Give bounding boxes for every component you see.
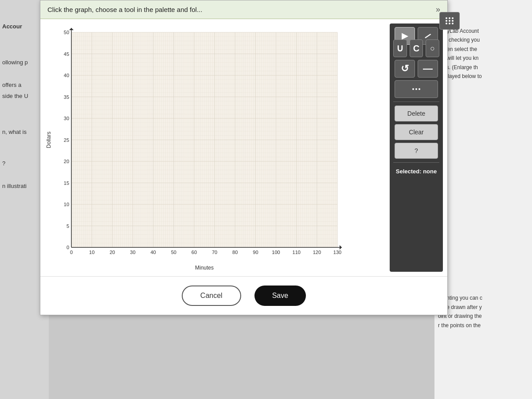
- tool-row-4: [393, 80, 439, 98]
- delete-button[interactable]: Delete: [395, 106, 438, 121]
- clear-button[interactable]: Clear: [395, 124, 438, 140]
- selected-label: Selected: none: [393, 166, 439, 176]
- modal-header: Click the graph, choose a tool in the pa…: [40, 0, 447, 19]
- arc-tool[interactable]: C: [410, 39, 423, 57]
- dots-3x3-icon: [446, 17, 454, 24]
- dash-tool[interactable]: —: [418, 60, 438, 78]
- graph-container[interactable]: [45, 23, 385, 272]
- curve-tool[interactable]: ∪: [393, 39, 407, 57]
- tool-row-3: ↺ —: [393, 60, 439, 78]
- save-button[interactable]: Save: [254, 286, 306, 306]
- clear-row: Clear: [393, 124, 439, 140]
- modal-title: Click the graph, choose a tool in the pa…: [47, 6, 202, 13]
- more-dots-icon: [412, 88, 420, 90]
- bg-right-text: n MyLab Account fore checking you d then…: [438, 27, 528, 81]
- modal-content: ▶ / ∪: [40, 19, 447, 276]
- delete-row: Delete: [393, 106, 439, 121]
- tool-palette: ▶ / ∪: [390, 23, 443, 272]
- palette-separator: [393, 102, 439, 102]
- dots-tool[interactable]: [439, 12, 460, 30]
- cancel-button[interactable]: Cancel: [182, 286, 241, 306]
- circle-tool[interactable]: ○: [426, 39, 439, 57]
- tool-row-2: ∪ C ○: [393, 39, 439, 57]
- dash-icon: —: [423, 63, 433, 74]
- bg-right-bottom: counting you can c have drawn after y oi…: [438, 293, 528, 330]
- palette-separator-2: [393, 162, 439, 163]
- circle-icon: ○: [430, 44, 435, 53]
- modal-footer: Cancel Save: [40, 276, 447, 315]
- help-row: ?: [393, 143, 439, 159]
- help-button[interactable]: ?: [395, 143, 438, 159]
- undo-tool[interactable]: ↺: [395, 60, 415, 78]
- arc-icon: C: [413, 43, 419, 54]
- curve-icon: ∪: [396, 43, 403, 54]
- undo-icon: ↺: [401, 63, 409, 74]
- bg-right-panel: n MyLab Account fore checking you d then…: [434, 0, 532, 399]
- graph-modal: Click the graph, choose a tool in the pa…: [40, 0, 448, 315]
- more-tool[interactable]: [395, 80, 438, 98]
